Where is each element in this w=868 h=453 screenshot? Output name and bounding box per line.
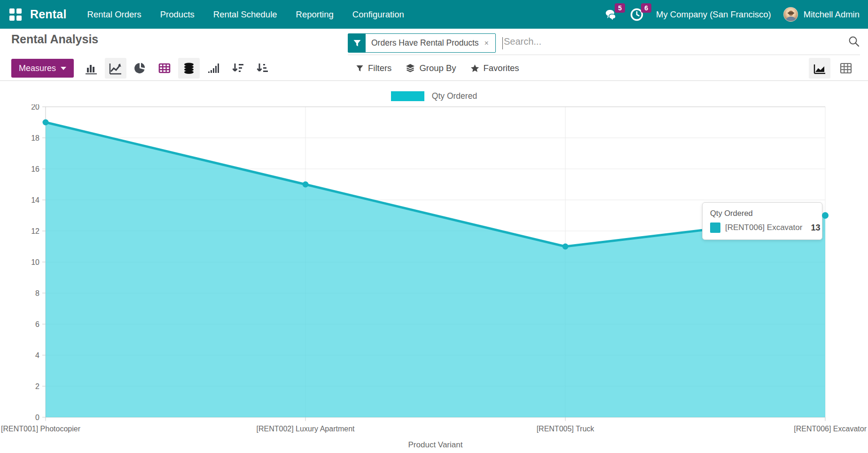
svg-text:12: 12 (31, 227, 39, 235)
tooltip-label: [RENT006] Excavator (725, 223, 802, 232)
top-navbar: Rental Rental Orders Products Rental Sch… (0, 0, 868, 29)
svg-text:[RENT006] Excavator: [RENT006] Excavator (794, 425, 867, 433)
menu-rental-orders[interactable]: Rental Orders (87, 9, 141, 20)
cumulative-button[interactable] (203, 58, 224, 79)
avatar[interactable] (783, 7, 798, 22)
star-icon (470, 64, 479, 73)
svg-text:[RENT005] Truck: [RENT005] Truck (537, 425, 595, 433)
pie-chart-icon (133, 62, 147, 75)
apps-menu-icon[interactable] (8, 8, 23, 22)
svg-text:14: 14 (31, 196, 39, 204)
page-title: Rental Analysis (11, 32, 98, 46)
menu-reporting[interactable]: Reporting (296, 9, 334, 20)
pivot-grid-icon (158, 62, 171, 75)
pie-chart-button[interactable] (129, 58, 151, 79)
group-by-button[interactable]: Group By (406, 63, 456, 73)
measures-button[interactable]: Measures (11, 59, 74, 78)
legend-swatch (391, 91, 424, 101)
legend-label: Qty Ordered (432, 91, 477, 101)
stacked-database-icon (182, 62, 195, 75)
svg-text:Product Variant: Product Variant (408, 440, 463, 449)
funnel-icon (356, 64, 364, 72)
company-switcher[interactable]: My Company (San Francisco) (656, 9, 771, 20)
chart-legend[interactable]: Qty Ordered (0, 91, 868, 101)
svg-text:8: 8 (35, 289, 39, 297)
user-menu[interactable]: Mitchell Admin (804, 9, 860, 20)
text-cursor (502, 37, 503, 49)
menu-configuration[interactable]: Configuration (352, 9, 404, 20)
search-options: Filters Group By Favorites (356, 58, 519, 79)
svg-text:16: 16 (31, 165, 39, 173)
layers-icon (406, 64, 415, 73)
svg-text:10: 10 (31, 258, 39, 266)
measures-label: Measures (19, 64, 56, 73)
svg-text:4: 4 (35, 351, 39, 359)
app-brand[interactable]: Rental (30, 8, 67, 21)
area-chart-icon (813, 62, 826, 75)
control-panel: Rental Analysis Orders Have Rental Produ… (0, 29, 868, 81)
filter-facet-funnel-icon (348, 34, 366, 52)
bar-chart-button[interactable] (80, 58, 102, 79)
group-by-label: Group By (419, 63, 456, 73)
svg-text:0: 0 (35, 413, 39, 421)
activities-badge: 6 (641, 3, 651, 13)
filters-button[interactable]: Filters (356, 63, 391, 73)
menu-products[interactable]: Products (160, 9, 195, 20)
sort-ascending-button[interactable] (251, 58, 273, 79)
graph-view-content: Qty Ordered 02468101214161820[RENT001] P… (0, 81, 868, 453)
rental-analysis-chart: 02468101214161820[RENT001] Photocopier[R… (0, 104, 868, 453)
svg-text:2: 2 (35, 382, 39, 390)
search-facet: Orders Have Rental Products × (348, 33, 496, 53)
avatar-photo (784, 8, 798, 22)
ascending-bars-icon (207, 62, 220, 75)
sort-ascending-icon (256, 62, 269, 75)
svg-text:[RENT002] Luxury Apartment: [RENT002] Luxury Apartment (257, 425, 355, 433)
view-switcher (809, 58, 857, 79)
hovered-data-point[interactable] (822, 212, 829, 219)
svg-text:[RENT001] Photocopier: [RENT001] Photocopier (1, 425, 81, 433)
main-menu: Rental Orders Products Rental Schedule R… (87, 9, 404, 20)
svg-text:6: 6 (35, 320, 39, 328)
table-grid-icon (839, 62, 852, 75)
line-chart-button[interactable] (105, 58, 126, 79)
search-icon[interactable] (848, 35, 860, 48)
search-facet-label: Orders Have Rental Products (371, 38, 479, 48)
svg-text:18: 18 (31, 134, 39, 142)
graph-toolbar: Measures (11, 58, 273, 79)
chevron-down-icon (61, 67, 66, 70)
filters-label: Filters (368, 63, 391, 73)
svg-text:20: 20 (31, 104, 39, 111)
facet-remove-icon[interactable]: × (484, 39, 490, 48)
graph-view-button[interactable] (809, 58, 830, 79)
menu-rental-schedule[interactable]: Rental Schedule (213, 9, 277, 20)
line-chart-icon (109, 61, 123, 75)
favorites-button[interactable]: Favorites (470, 63, 519, 73)
messages-badge: 5 (615, 3, 625, 13)
activities-button[interactable]: 6 (630, 8, 644, 22)
chart-tooltip: Qty Ordered [RENT006] Excavator 13 (702, 202, 822, 240)
search-bar[interactable]: Orders Have Rental Products × (348, 33, 860, 55)
sort-descending-icon (231, 62, 244, 75)
favorites-label: Favorites (484, 63, 519, 73)
tooltip-title: Qty Ordered (710, 209, 814, 218)
stacked-toggle-button[interactable] (178, 58, 200, 79)
messages-button[interactable]: 5 (603, 8, 618, 22)
tooltip-swatch (710, 223, 720, 233)
pivot-view-button[interactable] (835, 58, 857, 79)
search-input[interactable] (504, 36, 848, 47)
bar-chart-icon (85, 62, 98, 75)
pivot-grid-button[interactable] (154, 58, 175, 79)
tooltip-value: 13 (811, 223, 820, 233)
sort-descending-button[interactable] (227, 58, 249, 79)
